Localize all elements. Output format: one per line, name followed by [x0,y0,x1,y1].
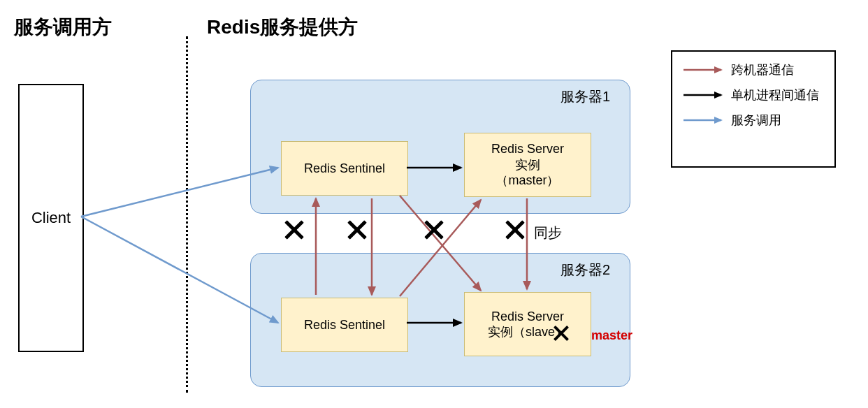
legend-box: 跨机器通信 单机进程间通信 服务调用 [671,50,836,168]
redis-master-box: Redis Server 实例 （master） [464,133,591,197]
client-label: Client [31,209,71,227]
vertical-divider [186,36,188,393]
legend-row-cross: 跨机器通信 [682,61,825,78]
arrow-client-to-sentinel2 [81,217,278,323]
redis-master-line2: 实例 [515,157,540,173]
redis-master-line1: Redis Server [491,141,564,157]
heading-provider-side: Redis服务提供方 [207,14,358,41]
sentinel-1-box: Redis Sentinel [281,141,408,196]
sentinel-1-label: Redis Sentinel [304,161,385,177]
sentinel-2-label: Redis Sentinel [304,317,385,333]
heading-client-side: 服务调用方 [14,14,112,41]
server1-label: 服务器1 [560,87,610,106]
legend-row-service: 服务调用 [682,112,825,129]
redis-master-line3: （master） [496,173,559,189]
redis-slave-box: Redis Server 实例（slave） [464,292,591,356]
cross-icon [506,221,524,239]
cross-icon [554,326,569,341]
sync-label: 同步 [534,224,562,242]
client-box: Client [18,84,84,352]
server2-label: 服务器2 [560,261,610,279]
legend-text-cross: 跨机器通信 [731,63,794,78]
legend-text-service: 服务调用 [731,113,781,128]
cross-icon [425,221,443,239]
legend-row-local: 单机进程间通信 [682,87,825,103]
master-new-label: master [591,328,632,343]
redis-slave-line1: Redis Server [491,309,564,325]
legend-text-local: 单机进程间通信 [731,88,819,103]
arrow-client-to-sentinel1 [81,168,278,217]
sentinel-2-box: Redis Sentinel [281,298,408,352]
cross-icon [285,221,303,239]
cross-icon [348,221,366,239]
